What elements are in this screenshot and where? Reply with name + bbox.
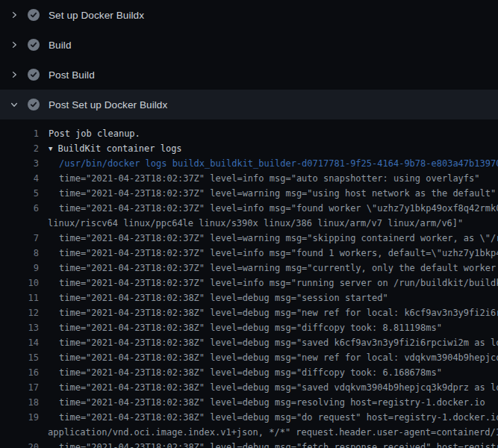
- log-line: 7 time="2021-04-23T18:02:37Z" level=warn…: [0, 231, 498, 246]
- log-line: 4 time="2021-04-23T18:02:37Z" level=info…: [0, 171, 498, 186]
- step-row-set-up-docker-buildx[interactable]: Set up Docker Buildx: [0, 0, 498, 30]
- log-line-text: time="2021-04-23T18:02:37Z" level=info m…: [39, 276, 498, 290]
- log-line-number[interactable]: 14: [0, 335, 39, 350]
- log-line: 9 time="2021-04-23T18:02:37Z" level=warn…: [0, 261, 498, 276]
- log-line-text: time="2021-04-23T18:02:38Z" level=debug …: [39, 395, 485, 410]
- log-line-number[interactable]: 18: [0, 395, 39, 410]
- log-line-number[interactable]: 8: [0, 246, 39, 261]
- log-line-text: time="2021-04-23T18:02:38Z" level=debug …: [39, 380, 498, 395]
- log-line-text: time="2021-04-23T18:02:38Z" level=debug …: [39, 320, 442, 335]
- check-circle-icon: [28, 39, 40, 51]
- chevron-down-icon: [10, 100, 19, 109]
- step-row-post-build[interactable]: Post Build: [0, 60, 498, 90]
- log-line-text: ▼BuildKit container logs: [39, 141, 182, 156]
- actions-log-viewer: Set up Docker Buildx Build P: [0, 0, 498, 448]
- group-collapse-triangle-icon[interactable]: ▼: [49, 145, 52, 152]
- log-line-number[interactable]: 20: [0, 440, 39, 448]
- step-label: Build: [49, 40, 72, 51]
- log-line: 20 time="2021-04-23T18:02:38Z" level=deb…: [0, 440, 498, 448]
- log-line-number[interactable]: 6: [0, 201, 39, 216]
- log-line-number[interactable]: 2: [0, 141, 39, 156]
- step-label: Post Build: [49, 69, 95, 81]
- log-line-number: [0, 425, 39, 440]
- log-line-number[interactable]: 16: [0, 365, 39, 380]
- log-line-number[interactable]: 3: [0, 156, 39, 171]
- log-line-text: time="2021-04-23T18:02:38Z" level=debug …: [39, 410, 498, 425]
- log-line: 16 time="2021-04-23T18:02:38Z" level=deb…: [0, 365, 498, 380]
- log-line-text: time="2021-04-23T18:02:38Z" level=debug …: [39, 365, 442, 380]
- log-group-header[interactable]: 2 ▼BuildKit container logs: [0, 141, 498, 156]
- step-label: Post Set up Docker Buildx: [49, 99, 167, 111]
- chevron-right-icon: [10, 40, 19, 49]
- log-line: 6 time="2021-04-23T18:02:37Z" level=info…: [0, 201, 498, 216]
- log-line-text: /usr/bin/docker logs buildx_buildkit_bui…: [39, 156, 498, 171]
- log-line-text: time="2021-04-23T18:02:37Z" level=info m…: [39, 201, 498, 216]
- check-circle-icon: [28, 69, 40, 81]
- steps-list: Set up Docker Buildx Build P: [0, 0, 498, 119]
- log-line-text: time="2021-04-23T18:02:37Z" level=info m…: [39, 246, 498, 261]
- log-line-text: time="2021-04-23T18:02:37Z" level=warnin…: [39, 186, 496, 201]
- log-line-number[interactable]: 13: [0, 320, 39, 335]
- log-line: application/vnd.oci.image.index.v1+json,…: [0, 425, 498, 440]
- log-line-text: linux/riscv64 linux/ppc64le linux/s390x …: [39, 216, 463, 231]
- log-line: 3 /usr/bin/docker logs buildx_buildkit_b…: [0, 156, 498, 171]
- log-line: 17 time="2021-04-23T18:02:38Z" level=deb…: [0, 380, 498, 395]
- log-line: 18 time="2021-04-23T18:02:38Z" level=deb…: [0, 395, 498, 410]
- log-line-text: time="2021-04-23T18:02:38Z" level=debug …: [39, 335, 498, 350]
- log-line: 15 time="2021-04-23T18:02:38Z" level=deb…: [0, 350, 498, 365]
- log-line: 11 time="2021-04-23T18:02:38Z" level=deb…: [0, 290, 498, 305]
- log-line-text: time="2021-04-23T18:02:38Z" level=debug …: [39, 305, 498, 320]
- log-line-text: time="2021-04-23T18:02:38Z" level=debug …: [39, 350, 498, 365]
- log-line-text: time="2021-04-23T18:02:37Z" level=warnin…: [39, 261, 498, 276]
- log-line-number[interactable]: 10: [0, 276, 39, 290]
- log-line: 10 time="2021-04-23T18:02:37Z" level=inf…: [0, 276, 498, 290]
- log-line: 13 time="2021-04-23T18:02:38Z" level=deb…: [0, 320, 498, 335]
- log-line: 5 time="2021-04-23T18:02:37Z" level=warn…: [0, 186, 498, 201]
- log-line-number[interactable]: 15: [0, 350, 39, 365]
- log-line-number[interactable]: 1: [0, 126, 39, 141]
- log-line-number[interactable]: 9: [0, 261, 39, 276]
- log-line-text: application/vnd.oci.image.index.v1+json,…: [39, 425, 498, 440]
- log-line: 14 time="2021-04-23T18:02:38Z" level=deb…: [0, 335, 498, 350]
- step-row-post-set-up-docker-buildx[interactable]: Post Set up Docker Buildx: [0, 90, 498, 119]
- log-line-number[interactable]: 12: [0, 305, 39, 320]
- log-line: linux/riscv64 linux/ppc64le linux/s390x …: [0, 216, 498, 231]
- log-line-number: [0, 216, 39, 231]
- log-line-number[interactable]: 7: [0, 231, 39, 246]
- check-circle-icon: [28, 99, 40, 111]
- log-line-number[interactable]: 5: [0, 186, 39, 201]
- log-line-text: time="2021-04-23T18:02:37Z" level=info m…: [39, 171, 480, 186]
- check-circle-icon: [28, 9, 40, 21]
- log-line-number[interactable]: 4: [0, 171, 39, 186]
- log-line-text: time="2021-04-23T18:02:38Z" level=debug …: [39, 290, 388, 305]
- step-label: Set up Docker Buildx: [49, 10, 144, 21]
- log-line-number[interactable]: 17: [0, 380, 39, 395]
- log-area: 1 Post job cleanup. 2 ▼BuildKit containe…: [0, 119, 498, 448]
- log-line-number[interactable]: 19: [0, 410, 39, 425]
- log-line: 19 time="2021-04-23T18:02:38Z" level=deb…: [0, 410, 498, 425]
- step-row-build[interactable]: Build: [0, 30, 498, 60]
- log-line-text: time="2021-04-23T18:02:37Z" level=warnin…: [39, 231, 498, 246]
- log-line-text: time="2021-04-23T18:02:38Z" level=debug …: [39, 440, 498, 448]
- log-line-number[interactable]: 11: [0, 290, 39, 305]
- log-line: 1 Post job cleanup.: [0, 126, 498, 141]
- log-line: 8 time="2021-04-23T18:02:37Z" level=info…: [0, 246, 498, 261]
- chevron-right-icon: [10, 10, 19, 19]
- log-line: 12 time="2021-04-23T18:02:38Z" level=deb…: [0, 305, 498, 320]
- chevron-right-icon: [10, 70, 19, 79]
- log-line-text: Post job cleanup.: [39, 126, 140, 141]
